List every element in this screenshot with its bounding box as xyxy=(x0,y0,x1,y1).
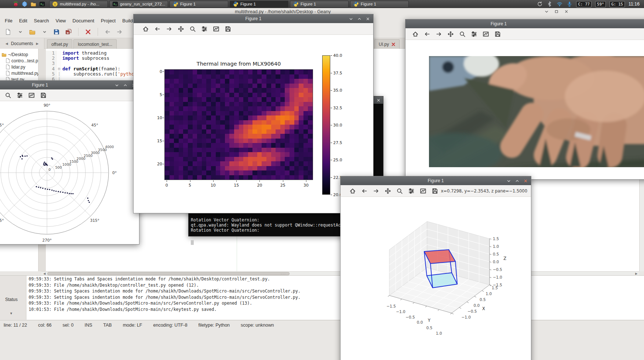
scroll-right-icon[interactable]: ▶ xyxy=(36,42,39,45)
maximize-button[interactable] xyxy=(123,82,128,88)
figure-titlebar[interactable]: Figure 1 xyxy=(341,176,531,185)
terminal-icon[interactable] xyxy=(39,1,45,7)
back-icon[interactable] xyxy=(153,24,162,34)
tab-status[interactable]: Status xyxy=(5,297,18,302)
taskbar-window-button[interactable]: Figure 1 xyxy=(290,1,349,8)
back-icon[interactable] xyxy=(360,186,369,196)
maximize-button[interactable] xyxy=(554,9,559,14)
tab-close-icon[interactable] xyxy=(392,43,395,46)
zoom-icon[interactable] xyxy=(458,29,467,39)
subplots-icon[interactable] xyxy=(15,91,25,100)
file-manager-icon[interactable] xyxy=(30,1,36,7)
customize-icon[interactable] xyxy=(211,24,221,34)
save-icon[interactable] xyxy=(430,186,440,196)
menu-document[interactable]: Document xyxy=(69,16,98,25)
minimize-button[interactable] xyxy=(348,16,353,21)
gpu-badge[interactable]: G: 15 xyxy=(610,1,625,7)
menu-search[interactable]: Search xyxy=(30,16,52,25)
sync-icon[interactable] xyxy=(536,1,543,7)
taskbar-window-button[interactable]: Figure 1 xyxy=(350,1,409,8)
forward-icon[interactable] xyxy=(164,24,174,34)
save-icon[interactable] xyxy=(223,24,233,34)
polar-canvas[interactable]: 0°45°90°135°180°225°270°315°050010001500… xyxy=(0,101,139,244)
save-all-icon[interactable] xyxy=(64,27,73,36)
save-icon[interactable] xyxy=(493,29,502,39)
temperature-badge[interactable]: 59° xyxy=(595,1,606,7)
save-icon[interactable] xyxy=(52,27,61,36)
subplots-icon[interactable] xyxy=(200,24,209,34)
tree-file[interactable]: lidar.py xyxy=(0,64,38,70)
home-icon[interactable] xyxy=(411,29,420,39)
figure-titlebar[interactable]: Figure 1 xyxy=(405,19,644,28)
figure-titlebar[interactable]: Figure 1 xyxy=(0,81,139,89)
menu-edit[interactable]: Edit xyxy=(16,16,30,25)
new-dropdown-icon[interactable] xyxy=(16,27,25,36)
taskbar-window-button[interactable]: Figure 1 xyxy=(230,1,288,8)
svg-text:500: 500 xyxy=(55,165,62,169)
minimize-button[interactable] xyxy=(506,178,511,183)
close-button[interactable] xyxy=(523,178,528,183)
minimize-button[interactable] xyxy=(544,9,549,14)
customize-icon[interactable] xyxy=(481,29,491,39)
pan-icon[interactable] xyxy=(176,24,186,34)
zoom-icon[interactable] xyxy=(188,24,197,34)
pan-icon[interactable] xyxy=(446,29,455,39)
menu-view[interactable]: View xyxy=(52,16,69,25)
editor-tab[interactable]: UI.py xyxy=(374,39,400,49)
camera-canvas[interactable] xyxy=(405,40,644,179)
taskbar-window-button[interactable]: multithread.py - /ho... xyxy=(49,1,108,8)
microphone-icon[interactable] xyxy=(566,1,572,7)
chevron-down-icon[interactable]: ▼ xyxy=(10,312,13,315)
figure-titlebar[interactable]: Figure 1 xyxy=(134,14,373,23)
menu-file[interactable]: File xyxy=(1,16,16,25)
forward-icon[interactable] xyxy=(371,186,381,196)
save-icon[interactable] xyxy=(39,91,48,100)
close-button[interactable] xyxy=(365,16,370,21)
sidebar-header[interactable]: ◀ Documents ▶ xyxy=(0,38,44,49)
tree-folder[interactable]: ~/Desktop xyxy=(0,51,38,58)
fold-marker[interactable]: ⊟ xyxy=(57,66,61,71)
editor-tab[interactable]: locomotion_test... xyxy=(73,39,117,49)
wifi-icon[interactable] xyxy=(556,1,563,7)
customize-icon[interactable] xyxy=(27,91,36,100)
clock[interactable]: 11:16 xyxy=(629,1,640,7)
scroll-right-arrow[interactable]: ▶ xyxy=(634,272,639,275)
close-button[interactable] xyxy=(564,9,569,14)
subplots-icon[interactable] xyxy=(469,29,479,39)
pan-icon[interactable] xyxy=(0,91,1,100)
scrollbar-thumb[interactable]: ··· xyxy=(47,272,290,275)
home-icon[interactable] xyxy=(348,186,357,196)
scroll-left-arrow[interactable]: ◀ xyxy=(42,272,47,275)
maximize-button[interactable] xyxy=(357,16,362,21)
back-icon[interactable] xyxy=(422,29,432,39)
taskbar-window-button[interactable]: Figure 1 xyxy=(170,1,228,8)
zoom-icon[interactable] xyxy=(3,91,13,100)
zoom-icon[interactable] xyxy=(395,186,404,196)
close-button[interactable] xyxy=(376,98,381,103)
scroll-left-icon[interactable]: ◀ xyxy=(6,42,8,45)
open-dropdown-icon[interactable] xyxy=(40,27,49,36)
new-document-icon[interactable] xyxy=(4,27,12,36)
cpu-badge[interactable]: C: 77 xyxy=(576,1,592,7)
thermal-canvas[interactable]: Thermal Image from MLX90640 051015202530… xyxy=(134,35,373,213)
editor-tab[interactable]: offset.py xyxy=(47,39,72,49)
taskbar-window-button[interactable]: geany_run_script_272... xyxy=(109,1,168,8)
pan-icon[interactable] xyxy=(383,186,393,196)
nav-forward-icon[interactable] xyxy=(115,27,124,36)
customize-icon[interactable] xyxy=(418,186,428,196)
close-document-icon[interactable] xyxy=(84,27,92,36)
subplots-icon[interactable] xyxy=(407,186,416,196)
nav-back-icon[interactable] xyxy=(103,27,112,36)
maximize-button[interactable] xyxy=(514,178,520,183)
forward-icon[interactable] xyxy=(434,29,444,39)
tree-file[interactable]: contro...test.py xyxy=(0,58,38,64)
home-icon[interactable] xyxy=(141,24,150,34)
menu-project[interactable]: Project xyxy=(98,16,119,25)
tree-file[interactable]: multithread.py xyxy=(0,70,38,76)
raspberry-menu-icon[interactable] xyxy=(12,1,19,7)
minimize-button[interactable] xyxy=(114,82,119,88)
open-icon[interactable] xyxy=(28,27,37,36)
web-browser-icon[interactable] xyxy=(21,1,28,7)
cube3d-canvas[interactable]: 1.51.00.50.0−0.5−1.0−1.51.51.00.50.0−0.5… xyxy=(341,197,531,360)
bluetooth-icon[interactable] xyxy=(546,1,553,7)
